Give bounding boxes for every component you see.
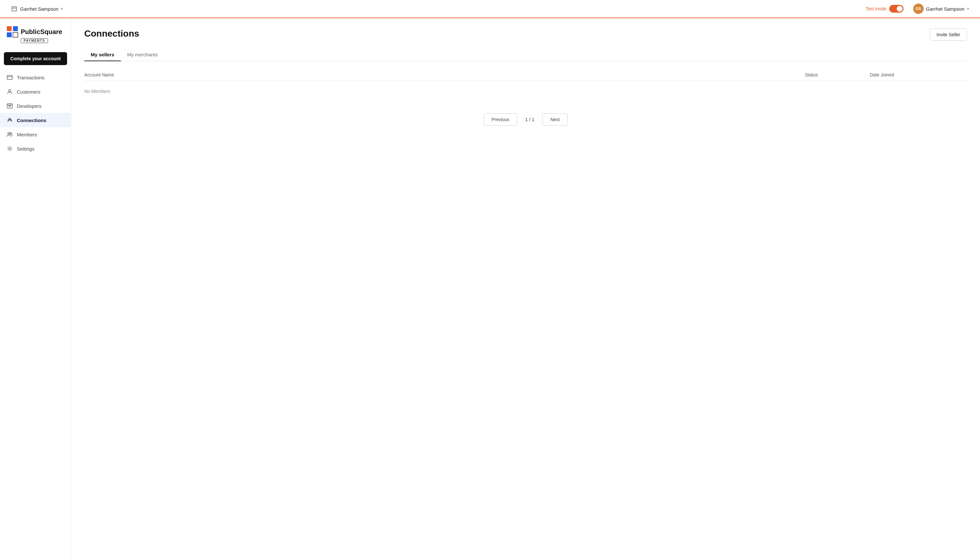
- main-content: Connections Invite Seller My sellers My …: [71, 18, 980, 559]
- topbar: Garrhet Sampson ▾ Test mode GS Garrhet S…: [0, 0, 980, 18]
- logo-section: PublicSquare PAYMENTS: [0, 23, 71, 50]
- column-header-date-joined: Date Joined: [870, 72, 967, 78]
- svg-rect-3: [13, 26, 18, 31]
- pagination: Previous 1 / 1 Next: [84, 113, 967, 126]
- sidebar-item-settings[interactable]: Settings: [0, 142, 71, 156]
- sidebar-item-customers-label: Customers: [17, 89, 40, 94]
- test-mode-toggle[interactable]: [889, 5, 904, 13]
- layout: PublicSquare PAYMENTS Complete your acco…: [0, 18, 980, 559]
- user-chevron-down-icon: ▾: [967, 7, 969, 11]
- svg-point-13: [10, 133, 12, 134]
- page-header: Connections Invite Seller: [84, 28, 967, 41]
- column-header-account-name: Account Name: [84, 72, 805, 78]
- sidebar-item-developers[interactable]: Developers: [0, 99, 71, 113]
- topbar-left: Garrhet Sampson ▾: [8, 3, 66, 14]
- svg-point-14: [9, 148, 11, 150]
- topbar-right: Test mode GS Garrhet Sampson ▾: [866, 2, 972, 16]
- connections-icon: [7, 117, 13, 123]
- developers-icon: [7, 103, 13, 109]
- previous-button[interactable]: Previous: [484, 113, 517, 126]
- sidebar-item-settings-label: Settings: [17, 146, 34, 152]
- svg-point-12: [8, 132, 10, 134]
- svg-point-8: [9, 90, 11, 92]
- pagination-info: 1 / 1: [525, 117, 534, 122]
- transactions-icon: [7, 74, 13, 81]
- sidebar-item-connections-label: Connections: [17, 117, 46, 123]
- svg-point-10: [9, 105, 11, 107]
- sidebar-item-transactions[interactable]: Transactions: [0, 70, 71, 84]
- logo-text: PublicSquare: [21, 28, 62, 36]
- test-mode-section: Test mode: [866, 5, 904, 13]
- table-header: Account Name Status Date Joined: [84, 69, 967, 81]
- svg-rect-5: [13, 32, 18, 37]
- tab-my-merchants[interactable]: My merchants: [121, 49, 164, 61]
- settings-icon: [7, 146, 13, 152]
- svg-rect-9: [7, 104, 12, 108]
- logo-brand: PublicSquare: [7, 26, 62, 38]
- building-icon: [11, 5, 18, 12]
- sidebar-item-members[interactable]: Members: [0, 127, 71, 142]
- complete-account-button[interactable]: Complete your account: [4, 52, 67, 65]
- test-mode-label: Test mode: [866, 6, 887, 12]
- logo-sub: PAYMENTS: [21, 38, 48, 43]
- customers-icon: [7, 88, 13, 95]
- next-button[interactable]: Next: [542, 113, 568, 126]
- svg-rect-4: [7, 32, 12, 37]
- page-title: Connections: [84, 28, 139, 39]
- sidebar-item-transactions-label: Transactions: [17, 75, 45, 80]
- publicsquare-logo-icon: [7, 26, 18, 38]
- sidebar: PublicSquare PAYMENTS Complete your acco…: [0, 18, 71, 559]
- account-selector[interactable]: Garrhet Sampson ▾: [8, 3, 66, 14]
- user-name: Garrhet Sampson: [926, 6, 965, 12]
- sidebar-item-connections[interactable]: Connections: [0, 113, 71, 127]
- chevron-down-icon: ▾: [61, 7, 63, 11]
- members-icon: [7, 131, 13, 138]
- sidebar-item-customers[interactable]: Customers: [0, 84, 71, 99]
- svg-rect-6: [7, 76, 12, 79]
- account-name: Garrhet Sampson: [20, 6, 58, 12]
- svg-rect-0: [12, 7, 17, 11]
- avatar: GS: [913, 3, 924, 14]
- column-header-status: Status: [805, 72, 870, 78]
- sidebar-item-members-label: Members: [17, 132, 37, 137]
- tabs: My sellers My merchants: [84, 49, 967, 61]
- user-section[interactable]: GS Garrhet Sampson ▾: [910, 2, 972, 16]
- sidebar-item-developers-label: Developers: [17, 103, 41, 109]
- tab-my-sellers[interactable]: My sellers: [84, 49, 121, 61]
- invite-seller-button[interactable]: Invite Seller: [930, 28, 967, 41]
- sidebar-nav: Transactions Customers Developers: [0, 70, 71, 156]
- svg-rect-2: [7, 26, 12, 31]
- empty-message: No Members: [84, 82, 967, 101]
